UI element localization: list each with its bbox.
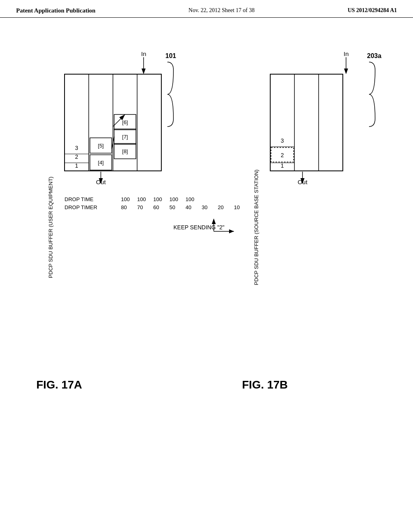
drop-time-val5: 100 <box>186 196 194 202</box>
fig17a-pdcp-label: PDCP SDU BUFFER (USER EQUIPMENT) <box>48 177 54 278</box>
cell-6: [6] <box>122 119 128 125</box>
entity-101-label: 101 <box>165 52 176 59</box>
cell-5: [5] <box>98 143 104 149</box>
fig17b-pdcp-label: PDCP SDU BUFFER (SOURCE BASE STATION) <box>253 170 259 285</box>
fig17b-in-label: In <box>344 50 349 57</box>
page-header: Patent Application Publication Nov. 22, … <box>0 0 413 18</box>
drop-timer-val6: 30 <box>202 204 207 210</box>
fig17a-label: FIG. 17A <box>36 378 82 391</box>
main-content: FIG. 17A 101 In PDCP SDU BUFFER (USER EQ… <box>0 18 413 526</box>
cell-8: [8] <box>122 148 128 154</box>
drop-time-val4: 100 <box>169 196 178 202</box>
drop-time-val2: 100 <box>137 196 146 202</box>
fig17b-cell-2: 2 <box>281 152 284 158</box>
drop-time-val1: 100 <box>121 196 130 202</box>
drop-timer-label: DROP TIMER <box>65 204 97 210</box>
header-center: Nov. 22, 2012 Sheet 17 of 38 <box>188 7 254 14</box>
header-left: Patent Application Publication <box>16 7 96 14</box>
drop-timer-val4: 50 <box>169 204 175 210</box>
fig17a-in-arrow-head <box>142 69 146 74</box>
cell-1-1: 1 <box>75 162 78 169</box>
drop-timer-val7: 20 <box>218 204 223 210</box>
drop-timer-val2: 70 <box>137 204 143 210</box>
drop-timer-val8: 10 <box>234 204 240 210</box>
cell-1-2: 2 <box>75 154 78 160</box>
header-right: US 2012/0294284 A1 <box>348 7 397 14</box>
keep-sending-up-head <box>212 218 216 224</box>
page: Patent Application Publication Nov. 22, … <box>0 0 413 526</box>
entity-203a-brace <box>369 62 375 127</box>
keep-sending-text: KEEP SENDING "2" <box>173 224 224 231</box>
cell-4: [4] <box>98 160 104 166</box>
figures-svg: FIG. 17A 101 In PDCP SDU BUFFER (USER EQ… <box>16 26 399 509</box>
cell-1-3: 3 <box>75 145 78 151</box>
drop-timer-val5: 40 <box>186 204 191 210</box>
drop-time-val3: 100 <box>153 196 162 202</box>
keep-sending-arrowhead <box>229 229 234 233</box>
drop-timer-val1: 80 <box>121 204 127 210</box>
entity-203a-label: 203a <box>367 52 382 59</box>
drop-time-label: DROP TIME <box>65 196 94 202</box>
cell-7: [7] <box>122 134 128 140</box>
fig17a-in-label: In <box>141 50 146 57</box>
fig17b-cell-3: 3 <box>281 137 284 144</box>
fig17b-cell-1: 1 <box>281 162 284 169</box>
fig17b-label: FIG. 17B <box>242 378 288 391</box>
fig17b-in-arrowhead <box>344 69 348 74</box>
entity-101-brace <box>167 62 173 127</box>
drop-timer-val3: 60 <box>153 204 159 210</box>
